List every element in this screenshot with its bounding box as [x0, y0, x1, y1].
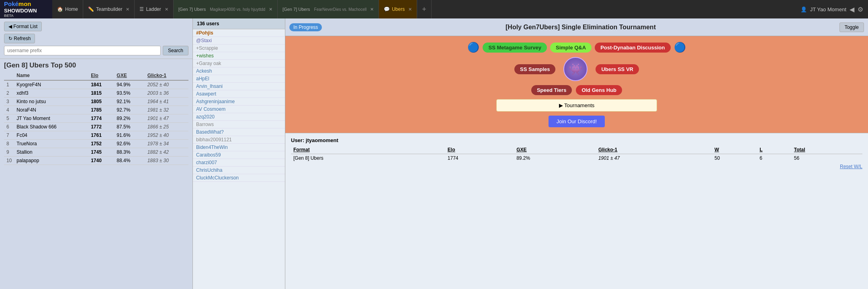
stats-col-format[interactable]: Format: [291, 146, 445, 154]
stats-col-gxe[interactable]: GXE: [514, 146, 596, 154]
logo-text: Pokémon SHOWDOWN BETA: [4, 1, 37, 18]
chat-user-item[interactable]: Barrows: [193, 121, 285, 128]
chat-user-item[interactable]: +wishes: [193, 52, 285, 60]
chat-user-item[interactable]: AV Cosmoem: [193, 106, 285, 113]
chat-user-item[interactable]: @Staxi: [193, 37, 285, 45]
chat-user-item[interactable]: #Pohjis: [193, 29, 285, 37]
col-elo[interactable]: Elo: [88, 71, 114, 80]
gxe-cell: 88.4%: [114, 157, 145, 165]
toggle-button[interactable]: Toggle: [839, 22, 864, 32]
battle1-close-icon[interactable]: ✕: [269, 7, 272, 12]
battle2-close-icon[interactable]: ✕: [370, 7, 374, 12]
nav-tabs: 🏠 Home ✏️ Teambuilder ✕ ☰ Ladder ✕ [Gen …: [52, 0, 800, 18]
stats-gxe-cell: 89.2%: [514, 154, 596, 163]
name-cell: palapapop: [14, 157, 88, 165]
col-name[interactable]: Name: [14, 71, 88, 80]
glicko-cell: 2052 ± 40: [145, 80, 188, 89]
stats-col-l[interactable]: L: [757, 146, 792, 154]
stats-format-cell: [Gen 8] Ubers: [291, 154, 445, 163]
chat-user-item[interactable]: Arvin_Ihsani: [193, 83, 285, 90]
ladder-close-icon[interactable]: ✕: [165, 7, 168, 12]
chat-user-item[interactable]: +Scrappie: [193, 45, 285, 52]
post-dynaban-btn[interactable]: Post-Dynaban Discussion: [595, 43, 670, 53]
chat-user-item[interactable]: Caraibos59: [193, 151, 285, 159]
tournament-title: [Holy Gen7Ubers] Single Elimination Tour…: [326, 24, 835, 31]
banner-row1: 🔵 SS Metagame Survey Simple Q&A Post-Dyn…: [467, 42, 686, 53]
stats-col-w[interactable]: W: [712, 146, 757, 154]
chat-user-item[interactable]: CluckMcCluckerson: [193, 174, 285, 182]
table-row[interactable]: 6 Black Shadow 666 1772 87.5% 1866 ± 25: [4, 123, 188, 131]
nav-tab-ubers[interactable]: 💬 Ubers ✕: [379, 0, 417, 18]
table-row[interactable]: 10 palapapop 1740 88.4% 1883 ± 30: [4, 157, 188, 165]
nav-tab-battle2[interactable]: [Gen 7] Ubers FearNeverDies vs. Machocel…: [278, 0, 379, 18]
rank-cell: 2: [4, 89, 14, 98]
chat-user-item[interactable]: +Garay oak: [193, 60, 285, 67]
teambuilder-icon: ✏️: [88, 6, 94, 12]
chat-user-item[interactable]: aHpEl: [193, 75, 285, 83]
simple-qa-btn[interactable]: Simple Q&A: [550, 43, 592, 53]
collapse-icon[interactable]: ◀: [850, 6, 854, 13]
chat-user-item[interactable]: bibhav20091121: [193, 136, 285, 144]
rank-cell: 9: [4, 148, 14, 157]
glicko-cell: 1866 ± 25: [145, 123, 188, 131]
table-row[interactable]: 7 Fc04 1761 91.6% 1952 ± 40: [4, 131, 188, 140]
ss-samples-btn[interactable]: SS Samples: [514, 64, 555, 74]
table-row[interactable]: 3 Kinto no jutsu 1805 92.1% 1964 ± 41: [4, 98, 188, 106]
chat-user-item[interactable]: charzi007: [193, 159, 285, 167]
nav-tab-home[interactable]: 🏠 Home: [52, 0, 83, 18]
search-input[interactable]: [4, 46, 161, 55]
nav-tab-ladder[interactable]: ☰ Ladder ✕: [135, 0, 173, 18]
col-gxe[interactable]: GXE: [114, 71, 145, 80]
discord-button[interactable]: Join Our Discord!: [549, 116, 605, 127]
format-list-button[interactable]: ◀ Format List: [4, 22, 42, 31]
table-row[interactable]: 1 KyogreF4N 1841 94.9% 2052 ± 40: [4, 80, 188, 89]
ss-metagame-survey-btn[interactable]: SS Metagame Survey: [483, 43, 547, 53]
stats-l-cell: 6: [757, 154, 792, 163]
banner-row3: Speed Tiers Old Gens Hub: [531, 85, 622, 95]
reset-wl-link[interactable]: Reset W/L: [291, 162, 862, 169]
stats-col-total[interactable]: Total: [792, 146, 862, 154]
table-row[interactable]: 8 TrueNora 1752 92.6% 1978 ± 34: [4, 140, 188, 148]
chat-user-item[interactable]: BasedWhat?: [193, 128, 285, 136]
stats-col-glicko[interactable]: Glicko-1: [596, 146, 712, 154]
table-row[interactable]: 2 xdhf3 1815 93.5% 2003 ± 36: [4, 89, 188, 98]
old-gens-hub-btn[interactable]: Old Gens Hub: [576, 85, 622, 95]
nav-tab-teambuilder[interactable]: ✏️ Teambuilder ✕: [83, 0, 135, 18]
chat-user-item[interactable]: azq2020: [193, 113, 285, 121]
col-rank[interactable]: [4, 71, 14, 80]
gxe-cell: 87.5%: [114, 123, 145, 131]
rank-cell: 5: [4, 114, 14, 123]
ubers-close-icon[interactable]: ✕: [408, 7, 412, 12]
gxe-cell: 93.5%: [114, 89, 145, 98]
col-glicko[interactable]: Glicko-1: [145, 71, 188, 80]
user-count: 136 users: [197, 21, 219, 26]
stats-col-elo[interactable]: Elo: [445, 146, 514, 154]
table-row[interactable]: 5 JT Yao Moment 1774 89.2% 1901 ± 47: [4, 114, 188, 123]
glicko-cell: 1901 ± 47: [145, 114, 188, 123]
table-row[interactable]: 4 NoraF4N 1785 92.7% 1981 ± 32: [4, 106, 188, 114]
settings-icon[interactable]: ⚙: [858, 6, 863, 13]
glicko-cell: 1952 ± 40: [145, 131, 188, 140]
chat-user-item[interactable]: ChrisUchiha: [193, 167, 285, 174]
table-row[interactable]: 9 Stallion 1745 88.3% 1882 ± 42: [4, 148, 188, 157]
search-button[interactable]: Search: [163, 46, 188, 55]
stats-tbody: [Gen 8] Ubers 1774 89.2% 1901 ± 47 50 6 …: [291, 154, 862, 163]
speed-tiers-btn[interactable]: Speed Tiers: [531, 85, 572, 95]
ubers-ss-vr-btn[interactable]: Ubers SS VR: [596, 64, 639, 74]
tournaments-button[interactable]: ▶ Tournaments: [496, 99, 657, 112]
chat-user-item[interactable]: Asawpert: [193, 90, 285, 98]
user-stats-header: User: jtyaomoment: [291, 137, 862, 143]
teambuilder-close-icon[interactable]: ✕: [126, 7, 129, 12]
nav-right: 👤 JT Yao Moment ◀ ⚙: [800, 0, 868, 18]
rank-cell: 8: [4, 140, 14, 148]
in-progress-badge: In Progress: [289, 23, 322, 31]
leaderboard-table: Name Elo GXE Glicko-1 1 KyogreF4N 1841 9…: [4, 71, 188, 165]
chat-user-item[interactable]: Ashgreninjaanime: [193, 98, 285, 106]
chat-user-item[interactable]: Ackesh: [193, 67, 285, 75]
refresh-button[interactable]: ↻ Refresh: [4, 34, 35, 43]
logo-beta: BETA: [4, 14, 37, 18]
nav-tab-battle1[interactable]: [Gen 7] Ubers Magikarp4000 vs. holy hjuy…: [174, 0, 278, 18]
chat-user-item[interactable]: Biden4TheWin: [193, 144, 285, 151]
name-cell: Black Shadow 666: [14, 123, 88, 131]
nav-tab-add[interactable]: +: [417, 0, 432, 18]
